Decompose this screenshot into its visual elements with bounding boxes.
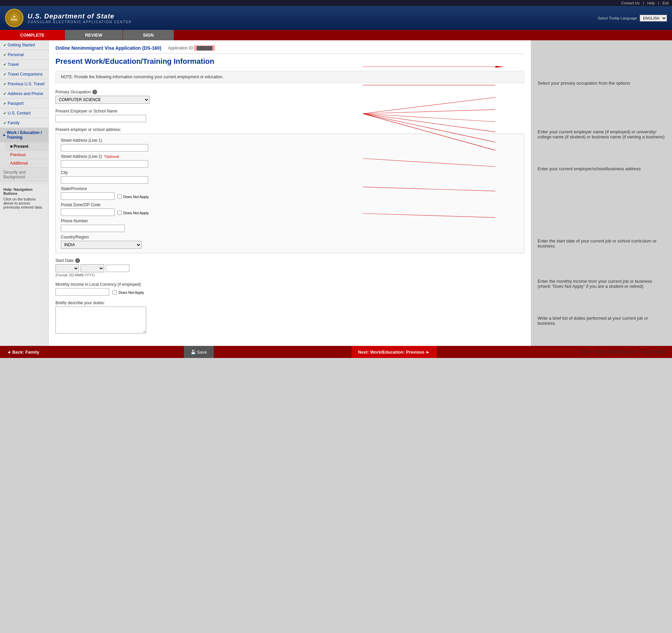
help-link[interactable]: Help xyxy=(647,1,655,5)
postal-input[interactable] xyxy=(61,208,115,216)
dept-name-line2: CONSULAR ELECTRONIC APPLICATION CENTER xyxy=(28,20,132,24)
sidebar-item-previous-us-travel[interactable]: ✔ Previous U.S. Travel xyxy=(0,79,48,89)
day-select[interactable] xyxy=(55,264,79,272)
tab-complete[interactable]: COMPLETE xyxy=(0,30,65,40)
tooltip-language-select[interactable]: ENGLISH xyxy=(640,15,667,22)
annotation-start-date: Enter the start date of your current job… xyxy=(537,238,665,249)
help-text: Click on the buttons above to access pre… xyxy=(3,197,45,209)
seal-icon: ★SEAL xyxy=(5,9,24,27)
state-dna-row: Does Not Apply xyxy=(117,195,149,199)
check-icon: ✔ xyxy=(3,121,6,125)
occupation-info-icon[interactable]: i xyxy=(92,90,97,94)
income-row: Does Not Apply xyxy=(55,288,524,296)
exit-link[interactable]: Exit xyxy=(663,1,669,5)
annotation-address: Enter your current employer/school/busin… xyxy=(537,166,665,171)
check-icon: ✔ xyxy=(3,82,6,86)
start-date-info-icon[interactable]: i xyxy=(75,258,80,263)
state-input[interactable] xyxy=(61,193,115,200)
sidebar-item-travel[interactable]: ✔ Travel xyxy=(0,60,48,70)
state-dna-checkbox[interactable] xyxy=(117,195,122,199)
employer-input[interactable] xyxy=(55,115,146,122)
date-row xyxy=(55,264,524,272)
street2-input[interactable] xyxy=(61,160,148,168)
occupation-label: Primary Occupation i xyxy=(55,90,524,94)
employer-label: Present Employer or School Name xyxy=(55,109,524,113)
income-dna-checkbox[interactable] xyxy=(113,290,117,295)
sidebar-sub-present[interactable]: ■ Present xyxy=(5,143,48,151)
footer-bar: ◄ Back: Family 💾 Save Next: Work/Educati… xyxy=(0,346,672,358)
income-section: Monthly Income in Local Currency (if emp… xyxy=(55,282,524,296)
year-input[interactable] xyxy=(106,264,129,272)
start-date-section: Start Date i (Format: DD-MMM-YYYY) xyxy=(55,258,524,277)
street1-input[interactable] xyxy=(61,144,148,151)
city-input[interactable] xyxy=(61,176,148,184)
sidebar-item-personal[interactable]: ✔ Personal xyxy=(0,50,48,60)
sidebar-label: Previous U.S. Travel xyxy=(8,82,44,86)
annotation-occupation: Select your primary occupation from the … xyxy=(537,81,665,86)
app-header: Online Nonimmigrant Visa Application (DS… xyxy=(55,45,524,54)
save-button[interactable]: 💾 Save xyxy=(184,346,214,358)
sidebar-item-address-phone[interactable]: ✔ Address and Phone xyxy=(0,89,48,99)
help-box: Help: Navigation Buttons Click on the bu… xyxy=(0,184,48,212)
dept-name-line1: U.S. Department of State xyxy=(28,12,132,20)
sidebar-label: Personal xyxy=(8,52,24,57)
postal-label: Postal Zone/ZIP Code xyxy=(61,202,519,207)
phone-label: Phone Number xyxy=(61,219,519,223)
sidebar-label: Travel Companions xyxy=(8,72,43,77)
occupation-select[interactable]: COMPUTER SCIENCE STUDENT HOMEMAKER RETIR… xyxy=(55,96,149,104)
sidebar-item-us-contact[interactable]: ✔ U.S. Contact xyxy=(0,108,48,118)
tab-review[interactable]: REVIEW xyxy=(65,30,123,40)
sidebar-item-passport[interactable]: ✔ Passport xyxy=(0,99,48,108)
help-title: Help: Navigation Buttons xyxy=(3,187,45,196)
city-label: City xyxy=(61,170,519,175)
sidebar-item-security: Security and Background xyxy=(0,168,48,182)
optional-label: *Optional xyxy=(104,154,119,158)
sep1: | xyxy=(643,1,644,5)
check-icon: ✔ xyxy=(3,72,6,77)
sidebar-label: Passport xyxy=(8,101,24,106)
phone-input[interactable] xyxy=(61,225,125,232)
sidebar-label: Family xyxy=(8,121,20,125)
country-select[interactable]: INDIA UNITED STATES CHINA PAKISTAN OTHER xyxy=(61,241,141,249)
postal-dna-checkbox[interactable] xyxy=(117,210,122,215)
postal-dna-label: Does Not Apply xyxy=(123,211,149,215)
state-dna-label: Does Not Apply xyxy=(123,195,149,199)
sidebar-label: Travel xyxy=(8,62,19,67)
sidebar-label: Work / Education / Training xyxy=(7,130,45,140)
street2-label: Street Address (Line 2) *Optional xyxy=(61,154,519,159)
check-icon: ✔ xyxy=(3,111,6,116)
sidebar-item-work-education[interactable]: ▸ Work / Education / Training xyxy=(0,128,48,143)
duties-textarea[interactable] xyxy=(55,307,146,333)
address-box: Street Address (Line 1) Street Address (… xyxy=(55,134,524,253)
nav-tabs: COMPLETE REVIEW SIGN xyxy=(0,30,672,40)
income-input[interactable] xyxy=(55,288,109,296)
country-label: Country/Region xyxy=(61,235,519,239)
start-date-label: Start Date i xyxy=(55,258,524,263)
sidebar-sub-previous[interactable]: Previous xyxy=(5,151,48,159)
income-dna-label: Does Not Apply xyxy=(119,290,144,295)
check-icon: ✔ xyxy=(3,62,6,67)
sidebar-item-travel-companions[interactable]: ✔ Travel Companions xyxy=(0,70,48,79)
sidebar-item-getting-started[interactable]: ✔ Getting Started xyxy=(0,40,48,50)
check-icon: ✔ xyxy=(3,53,6,57)
next-button[interactable]: Next: Work/Education: Previous ► xyxy=(352,346,437,358)
dept-name: U.S. Department of State CONSULAR ELECTR… xyxy=(28,12,132,24)
app-id: Application ID ██████ xyxy=(168,46,215,50)
back-button[interactable]: ◄ Back: Family xyxy=(0,346,46,358)
tab-sign[interactable]: SIGN xyxy=(123,30,174,40)
month-select[interactable] xyxy=(81,264,104,272)
logo-area: ★SEAL U.S. Department of State CONSULAR … xyxy=(5,9,132,27)
sidebar-sub-additional[interactable]: Additional xyxy=(5,159,48,168)
note-box: NOTE: Provide the following information … xyxy=(55,71,524,83)
app-id-value: ██████ xyxy=(194,45,215,51)
check-icon: ✔ xyxy=(3,92,6,96)
annotation-duties: Write a brief list of duties performed a… xyxy=(537,316,665,326)
sidebar-item-family[interactable]: ✔ Family xyxy=(0,118,48,128)
contact-us-link[interactable]: Contact Us xyxy=(621,1,640,5)
sidebar: ✔ Getting Started ✔ Personal ✔ Travel ✔ … xyxy=(0,40,49,346)
content-area: Online Nonimmigrant Visa Application (DS… xyxy=(49,40,531,346)
street1-label: Street Address (Line 1) xyxy=(61,138,519,143)
note-text: NOTE: Provide the following information … xyxy=(61,75,223,79)
sidebar-label: U.S. Contact xyxy=(8,111,30,116)
sidebar-label: Address and Phone xyxy=(8,91,43,96)
